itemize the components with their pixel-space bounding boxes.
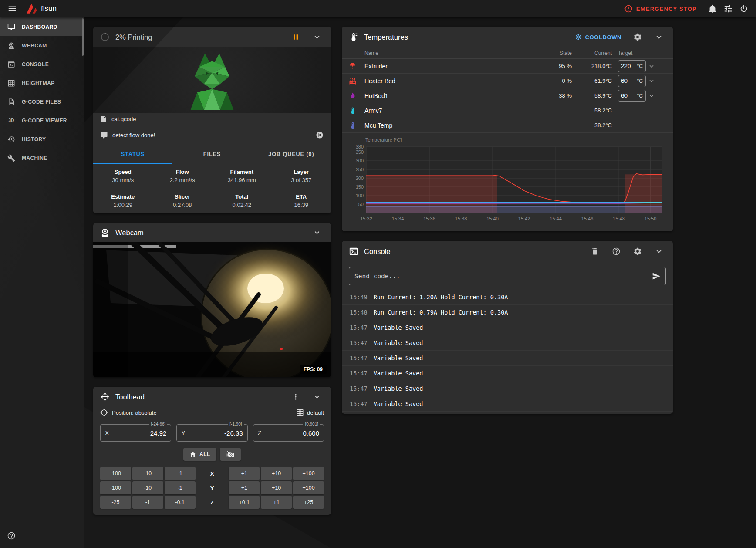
jog-z-+1-button[interactable]: +1 — [261, 496, 292, 509]
tab-status[interactable]: STATUS — [93, 145, 172, 164]
motors-off-button[interactable] — [220, 448, 241, 461]
jog-y-+100-button[interactable]: +100 — [293, 481, 324, 494]
jog-z-+25-button[interactable]: +25 — [293, 496, 324, 509]
sidebar-item-gcode-viewer[interactable]: 3DG-CODE VIEWER — [0, 111, 84, 130]
send-code-input[interactable] — [349, 267, 666, 285]
snowflake-icon — [575, 34, 582, 41]
svg-text:380: 380 — [356, 144, 364, 149]
target-temp-field[interactable]: °C — [618, 60, 646, 72]
jog-row-x: -100-10-1X+1+10+100 — [100, 467, 324, 480]
jog-y--10-button[interactable]: -10 — [132, 481, 163, 494]
jog-row-z: -25-1-0.1Z+0.1+1+25 — [100, 496, 324, 509]
thermometer-icon — [349, 122, 357, 129]
dismiss-message-button[interactable] — [314, 129, 326, 141]
help-circle-icon — [612, 247, 621, 256]
home-all-button[interactable]: ALL — [183, 448, 216, 461]
svg-text:50: 50 — [358, 202, 364, 207]
help-button[interactable] — [3, 528, 19, 544]
jog-z-+0.1-button[interactable]: +0.1 — [229, 496, 260, 509]
chevron-down-icon[interactable] — [648, 77, 655, 85]
target-temp-field[interactable]: °C — [618, 90, 646, 102]
jog-y--100-button[interactable]: -100 — [100, 481, 131, 494]
flame-icon — [349, 92, 357, 100]
sidebar-item-console[interactable]: CONSOLE — [0, 55, 84, 74]
toolhead-menu-button[interactable] — [288, 389, 304, 405]
pause-button[interactable] — [288, 29, 304, 45]
webcam-title: Webcam — [115, 229, 144, 237]
jog-x-+1-button[interactable]: +1 — [229, 467, 260, 480]
sidebar-item-heightmap[interactable]: HEIGHTMAP — [0, 74, 84, 92]
gear-icon — [633, 33, 642, 41]
power-button[interactable] — [736, 1, 752, 17]
temperature-chart-container: 15:3215:3415:3615:3815:4015:4215:4415:46… — [342, 133, 673, 231]
console-settings-button[interactable] — [630, 244, 645, 259]
target-temp-input[interactable] — [621, 78, 634, 84]
collapse-print-card-button[interactable] — [309, 29, 325, 45]
target-temp-input[interactable] — [621, 63, 634, 69]
sidebar-item-dashboard[interactable]: DASHBOARD — [0, 17, 84, 36]
jog-x--10-button[interactable]: -10 — [132, 467, 163, 480]
bed-mesh-profile-button[interactable]: default — [296, 409, 324, 416]
jog-x--100-button[interactable]: -100 — [100, 467, 131, 480]
axis-z-field[interactable]: [0.601]Z — [253, 424, 324, 442]
jog-x-+100-button[interactable]: +100 — [293, 467, 324, 480]
collapse-toolhead-button[interactable] — [309, 389, 325, 405]
svg-text:100: 100 — [356, 193, 364, 198]
toolhead-title: Toolhead — [115, 393, 145, 401]
emergency-stop-button[interactable]: EMERGENCY STOP — [624, 4, 697, 13]
jog-z--0.1-button[interactable]: -0.1 — [165, 496, 196, 509]
sidebar-item-machine[interactable]: MACHINE — [0, 149, 84, 167]
heightmap-icon — [7, 79, 15, 87]
svg-text:15:36: 15:36 — [423, 216, 435, 221]
axis-x-input[interactable] — [111, 430, 166, 437]
svg-text:200: 200 — [356, 176, 364, 181]
send-icon — [652, 272, 661, 281]
collapse-console-button[interactable] — [651, 244, 667, 259]
jog-y-+1-button[interactable]: +1 — [229, 481, 260, 494]
jog-y--1-button[interactable]: -1 — [165, 481, 196, 494]
axis-y-field[interactable]: [-1.90]Y — [176, 424, 247, 442]
motor-off-icon — [226, 450, 234, 458]
axis-limit: [-1.90] — [228, 422, 243, 426]
collapse-webcam-button[interactable] — [309, 225, 325, 240]
notifications-button[interactable] — [705, 1, 720, 17]
temp-row-armv7: Armv758.2°C — [342, 103, 673, 118]
stat-estimate: Estimate1:00:29 — [93, 189, 153, 213]
send-code-button[interactable] — [648, 268, 664, 284]
jog-x--1-button[interactable]: -1 — [165, 467, 196, 480]
target-temp-input[interactable] — [621, 92, 634, 99]
console-help-button[interactable] — [608, 244, 624, 259]
console-entry: 15:49Run Current: 1.20A Hold Current: 0.… — [342, 290, 673, 305]
tab-job-queue[interactable]: JOB QUEUE (0) — [252, 145, 331, 164]
jog-z--25-button[interactable]: -25 — [100, 496, 131, 509]
home-icon — [189, 451, 196, 458]
chevron-down-icon[interactable] — [648, 62, 655, 70]
file-icon — [7, 98, 15, 106]
target-temp-field[interactable]: °C — [618, 75, 646, 87]
jog-x-+10-button[interactable]: +10 — [261, 467, 292, 480]
svg-text:15:46: 15:46 — [581, 216, 594, 221]
top-bar: flsun EMERGENCY STOP — [0, 0, 756, 17]
console-entry: 15:47Variable Saved — [342, 366, 673, 381]
temperatures-settings-button[interactable] — [630, 29, 645, 45]
sidebar-item-webcam[interactable]: WEBCAM — [0, 36, 84, 55]
sidebar-item-history[interactable]: HISTORY — [0, 130, 84, 149]
axis-z-input[interactable] — [264, 430, 319, 437]
menu-icon[interactable] — [4, 1, 20, 17]
axis-y-input[interactable] — [188, 430, 243, 437]
svg-text:300: 300 — [356, 158, 364, 163]
sidebar-item-gcode-files[interactable]: G-CODE FILES — [0, 92, 84, 111]
svg-text:15:44: 15:44 — [550, 216, 562, 221]
chevron-down-icon[interactable] — [648, 92, 655, 100]
jog-z--1-button[interactable]: -1 — [132, 496, 163, 509]
cooldown-button[interactable]: COOLDOWN — [575, 34, 621, 41]
jog-controls: -100-10-1X+1+10+100-100-10-1Y+1+10+100-2… — [100, 467, 324, 509]
collapse-temperatures-button[interactable] — [651, 29, 667, 45]
sidebar-scrollbar[interactable] — [82, 18, 84, 56]
print-status-title: 2% Printing — [115, 33, 152, 41]
jog-y-+10-button[interactable]: +10 — [261, 481, 292, 494]
clear-console-button[interactable] — [587, 244, 603, 259]
interface-settings-button[interactable] — [720, 1, 736, 17]
axis-x-field[interactable]: [-24.66]X — [100, 424, 171, 442]
tab-files[interactable]: FILES — [172, 145, 252, 164]
